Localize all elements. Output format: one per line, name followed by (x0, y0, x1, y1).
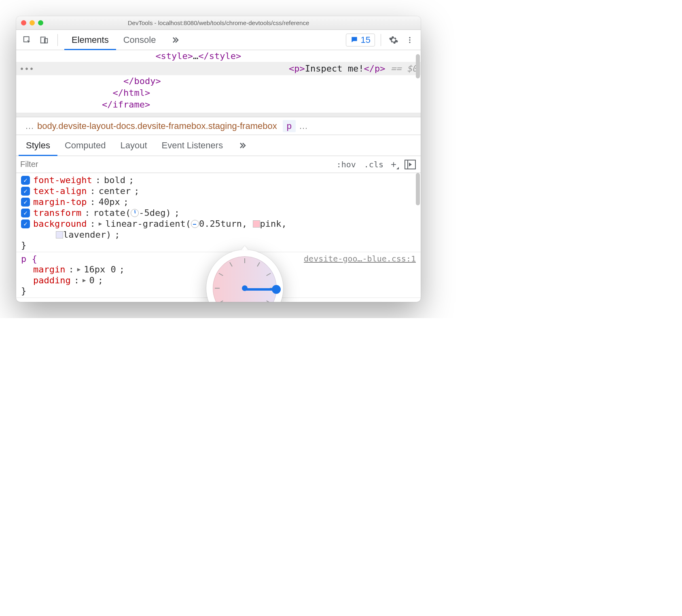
feedback-badge[interactable]: 15 (346, 34, 375, 46)
panel-tabs: Elements Console (64, 30, 187, 50)
svg-point-3 (409, 37, 410, 38)
filter-input[interactable] (16, 156, 333, 173)
enable-checkbox[interactable]: ✓ (21, 209, 30, 217)
expand-icon[interactable]: ▶ (83, 277, 86, 283)
decl-transform[interactable]: ✓ transform: rotate(-5deg); (21, 207, 416, 218)
traffic-lights (21, 20, 43, 25)
styles-pane-tabs: Styles Computed Layout Event Listeners (16, 135, 421, 156)
enable-checkbox[interactable]: ✓ (21, 187, 30, 196)
angle-swatch-icon[interactable] (131, 209, 139, 217)
color-swatch-icon[interactable] (253, 220, 260, 228)
tab-event-listeners[interactable]: Event Listeners (155, 135, 231, 156)
close-icon[interactable] (21, 20, 26, 25)
enable-checkbox[interactable]: ✓ (21, 219, 30, 228)
expand-dots-icon[interactable]: ••• (19, 64, 34, 74)
more-subtabs-icon[interactable] (230, 135, 254, 156)
feedback-count: 15 (361, 35, 371, 45)
tab-styles[interactable]: Styles (19, 135, 57, 156)
dom-tree[interactable]: <style>…</style> ••• <p>Inspect me!</p> … (16, 50, 421, 117)
rendering-panel-icon[interactable] (405, 160, 416, 169)
crumbs-right-ellipsis[interactable]: … (296, 121, 311, 131)
gear-icon[interactable] (387, 33, 400, 47)
angle-clock[interactable] (213, 256, 277, 302)
dom-hscroll[interactable] (16, 113, 421, 117)
decl-margin-top[interactable]: ✓ margin-top: 40px; (21, 196, 416, 207)
crumb-selected[interactable]: p (283, 120, 296, 132)
dom-vscroll[interactable] (416, 54, 420, 78)
svg-point-4 (409, 39, 410, 40)
crumbs-left-ellipsis[interactable]: … (22, 121, 37, 131)
crumb-body[interactable]: body.devsite-layout-docs.devsite-framebo… (37, 121, 277, 131)
devtools-window: DevTools - localhost:8080/web/tools/chro… (16, 16, 421, 302)
decl-text-align[interactable]: ✓ text-align: center; (21, 186, 416, 196)
selected-dom-node[interactable]: ••• <p>Inspect me!</p> == $0 (16, 62, 421, 75)
decl-font-weight[interactable]: ✓ font-weight: bold; (21, 175, 416, 186)
expand-icon[interactable]: ▶ (77, 266, 80, 272)
minimize-icon[interactable] (30, 20, 35, 25)
svg-point-5 (409, 42, 410, 43)
hov-toggle[interactable]: :hov (333, 160, 360, 169)
tab-computed[interactable]: Computed (57, 135, 113, 156)
angle-swatch-icon[interactable] (191, 220, 199, 228)
tab-layout[interactable]: Layout (113, 135, 154, 156)
enable-checkbox[interactable]: ✓ (21, 198, 30, 207)
rule-element-style: ✓ font-weight: bold; ✓ text-align: cente… (16, 173, 421, 252)
dom-breadcrumbs: … body.devsite-layout-docs.devsite-frame… (16, 117, 421, 135)
styles-vscroll[interactable] (416, 173, 420, 205)
more-tabs-icon[interactable] (163, 30, 187, 50)
mac-titlebar: DevTools - localhost:8080/web/tools/chro… (16, 16, 421, 30)
decl-background[interactable]: ✓ background: ▶ linear-gradient(0.25turn… (21, 218, 416, 229)
device-toggle-icon[interactable] (37, 33, 51, 47)
expand-icon[interactable]: ▶ (99, 220, 102, 227)
tab-elements[interactable]: Elements (64, 30, 116, 50)
zoom-icon[interactable] (38, 20, 43, 25)
kebab-icon[interactable] (403, 33, 417, 47)
enable-checkbox[interactable]: ✓ (21, 176, 30, 185)
new-rule-icon[interactable]: + (388, 159, 400, 170)
rule-source-link[interactable]: devsite-goo…-blue.css:1 (304, 254, 416, 264)
inspect-icon[interactable] (20, 33, 34, 47)
cls-toggle[interactable]: .cls (360, 160, 388, 169)
devtools-toolbar: Elements Console 15 (16, 30, 421, 50)
color-swatch-icon[interactable] (56, 231, 63, 238)
window-title: DevTools - localhost:8080/web/tools/chro… (16, 19, 421, 26)
angle-arm[interactable] (245, 288, 276, 291)
tab-console[interactable]: Console (116, 30, 163, 50)
styles-list: ✓ font-weight: bold; ✓ text-align: cente… (16, 173, 421, 302)
styles-filter-bar: :hov .cls + (16, 156, 421, 173)
